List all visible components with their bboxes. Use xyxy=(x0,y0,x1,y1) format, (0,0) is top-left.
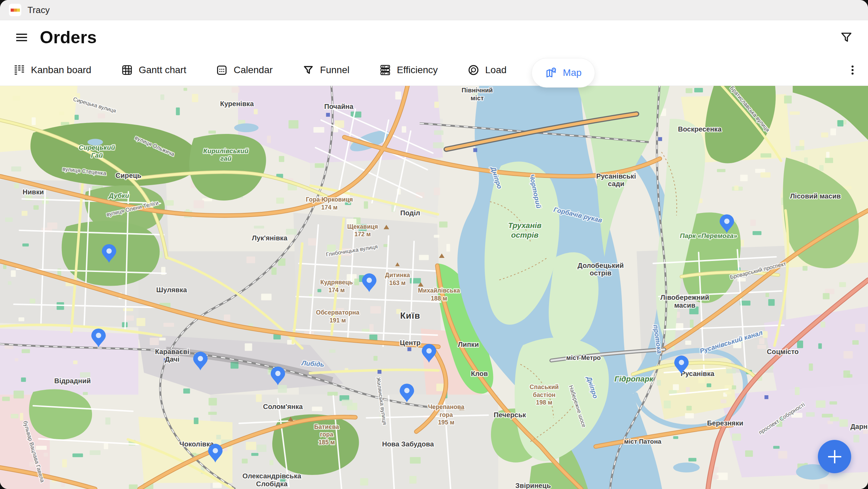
map-label: Київ xyxy=(400,311,420,320)
tab-label: Calendar xyxy=(233,65,273,76)
map-label: Шулявка xyxy=(156,286,187,294)
tab-gantt[interactable]: Gantt chart xyxy=(117,56,191,84)
map-label: Нивки xyxy=(23,188,44,196)
tab-load[interactable]: Load xyxy=(463,56,511,84)
map-label: Воскресенка xyxy=(678,125,722,133)
tracy-logo-icon xyxy=(9,4,21,16)
map-icon xyxy=(545,67,557,79)
menu-icon[interactable] xyxy=(14,30,29,45)
map-label: Парк «Перемога» xyxy=(680,232,738,239)
efficiency-icon xyxy=(379,64,391,76)
map-label: Березняки xyxy=(707,419,743,427)
calendar-icon xyxy=(216,64,228,76)
map-label: Печерськ xyxy=(494,411,526,419)
tab-label: Map xyxy=(563,67,581,78)
window-titlebar: Tracy xyxy=(0,0,868,20)
funnel-icon xyxy=(302,64,315,76)
app-title: Tracy xyxy=(27,5,50,15)
map-label: Почайна xyxy=(324,103,354,110)
map-label: Гідропарк xyxy=(614,375,654,383)
kebab-icon[interactable] xyxy=(846,64,859,77)
kanban-icon xyxy=(13,64,25,76)
map-label: Русанівка xyxy=(681,370,715,377)
map-label: міст Патона xyxy=(624,438,661,445)
view-tabs-bar: Kanban boardGantt chartCalendarFunnelEff… xyxy=(0,55,868,86)
map-label: Липки xyxy=(458,341,479,348)
map-label: Сирець xyxy=(115,172,141,179)
map-label: Солом'янка xyxy=(263,403,303,410)
tab-map[interactable]: Map xyxy=(532,58,594,87)
map-label: міст Метро xyxy=(566,354,601,361)
tab-calendar[interactable]: Calendar xyxy=(212,56,277,84)
gantt-icon xyxy=(121,64,133,76)
map-label: Чоколівка xyxy=(179,440,214,448)
map-label: Соцмісто xyxy=(767,348,799,355)
add-order-button[interactable] xyxy=(818,440,851,473)
map-label: Лісовий масив xyxy=(790,192,841,200)
map-label: Клов xyxy=(471,370,488,377)
filter-icon[interactable] xyxy=(839,30,854,45)
map-view[interactable]: ПівнічниймістКуренівкаПочайнаВоскресенка… xyxy=(0,86,868,489)
map-label: Поділ xyxy=(400,209,420,217)
tab-label: Gantt chart xyxy=(139,65,186,76)
map-label: Звіринець xyxy=(515,482,551,489)
plus-icon xyxy=(824,446,846,468)
load-icon xyxy=(467,64,480,76)
map-label: Відрадний xyxy=(54,377,91,385)
tab-label: Funnel xyxy=(320,65,350,76)
map-canvas[interactable]: ПівнічниймістКуренівкаПочайнаВоскресенка… xyxy=(0,86,868,489)
map-label: Дарниця xyxy=(850,423,868,430)
tab-label: Load xyxy=(485,65,506,76)
map-label: Нова Забудова xyxy=(382,440,434,448)
app-window: Tracy Orders Kanban boardGantt chartCale… xyxy=(0,0,868,489)
tab-label: Kanban board xyxy=(31,65,91,76)
tab-kanban[interactable]: Kanban board xyxy=(9,56,95,84)
page-header: Orders xyxy=(0,20,868,55)
map-label: Центр xyxy=(400,339,421,346)
map-label: Лук'янівка xyxy=(252,234,287,242)
tab-label: Efficiency xyxy=(397,65,438,76)
map-label: Дубки xyxy=(108,192,129,199)
tab-efficiency[interactable]: Efficiency xyxy=(375,56,442,84)
map-label: Куренівка xyxy=(220,100,254,107)
page-title: Orders xyxy=(40,27,97,47)
tab-funnel[interactable]: Funnel xyxy=(298,56,354,84)
view-tabs: Kanban boardGantt chartCalendarFunnelEff… xyxy=(9,55,595,86)
